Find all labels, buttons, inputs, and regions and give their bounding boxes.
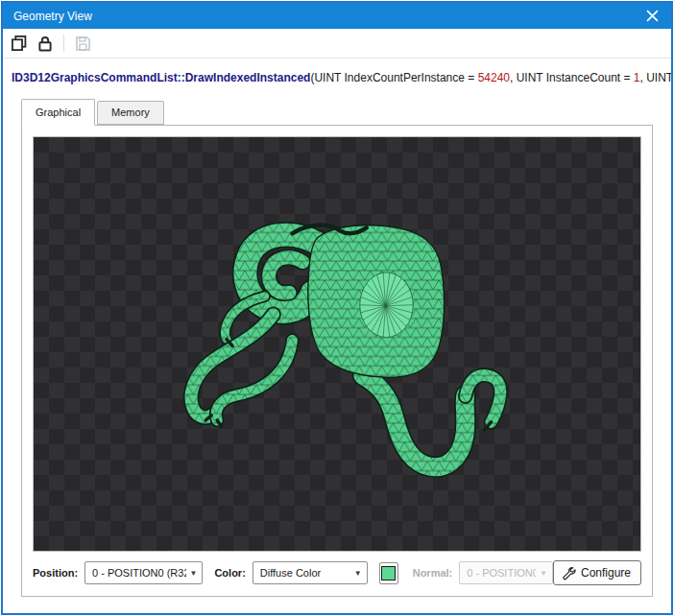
tab-memory[interactable]: Memory (97, 101, 164, 125)
api-value: 1 (634, 71, 640, 84)
title-bar: Geometry View (3, 3, 671, 29)
toolbar-separator (63, 35, 64, 52)
normal-dropdown: 0 - POSITION0 (R32 ▼ (459, 561, 553, 584)
close-button[interactable] (638, 5, 666, 28)
configure-button-label: Configure (581, 566, 631, 580)
color-swatch-fill (381, 566, 396, 580)
lock-button[interactable] (36, 34, 55, 53)
api-args: , UINT InstanceCount = (510, 71, 634, 84)
wrench-icon (562, 566, 576, 580)
tab-strip: Graphical Memory (3, 99, 671, 125)
color-swatch-button[interactable] (379, 562, 398, 584)
position-dropdown[interactable]: 0 - POSITION0 (R32 ▼ (84, 561, 203, 584)
copy-button[interactable] (10, 34, 29, 53)
color-dropdown[interactable]: Diffuse Color ▼ (253, 561, 368, 584)
normal-label: Normal: (413, 567, 453, 579)
api-args: , UINT StartI…n (640, 71, 671, 84)
toolbar (3, 29, 671, 59)
lock-icon (36, 35, 54, 52)
position-dropdown-value: 0 - POSITION0 (R32 (92, 567, 185, 579)
api-value: 54240 (478, 71, 510, 84)
copy-icon (11, 35, 28, 52)
chevron-down-icon: ▼ (190, 569, 198, 578)
geometry-model (34, 137, 640, 551)
chevron-down-icon: ▼ (354, 569, 362, 578)
geometry-view-window: Geometry View ID3D1 (1, 1, 673, 615)
position-label: Position: (33, 567, 78, 579)
save-button (73, 34, 92, 53)
save-icon (75, 36, 91, 52)
geometry-canvas[interactable] (33, 136, 641, 552)
window-title: Geometry View (13, 10, 92, 23)
tab-graphical[interactable]: Graphical (21, 99, 95, 126)
close-icon (646, 10, 659, 22)
chevron-down-icon: ▼ (540, 569, 547, 578)
color-label: Color: (214, 567, 245, 579)
graphical-tab-panel: Position: 0 - POSITION0 (R32 ▼ Color: Di… (21, 125, 653, 597)
api-args: (UINT IndexCountPerInstance = (310, 71, 477, 84)
normal-dropdown-value: 0 - POSITION0 (R32 (467, 567, 536, 579)
configure-button[interactable]: Configure (553, 560, 641, 585)
api-method-name: ID3D12GraphicsCommandList::DrawIndexedIn… (12, 71, 310, 84)
vertex-channel-controls: Position: 0 - POSITION0 (R32 ▼ Color: Di… (33, 560, 641, 585)
color-dropdown-value: Diffuse Color (260, 567, 350, 579)
api-call-text: ID3D12GraphicsCommandList::DrawIndexedIn… (3, 59, 671, 94)
